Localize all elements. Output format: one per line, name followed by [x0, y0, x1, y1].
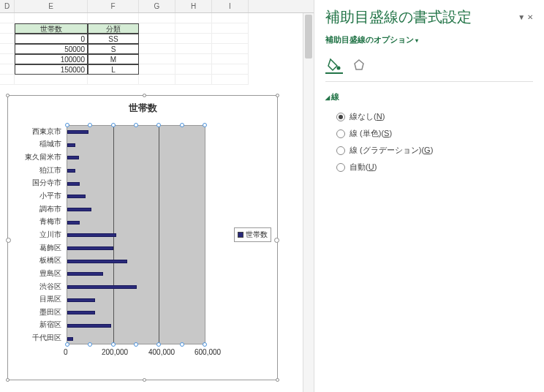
- table-cell[interactable]: M: [88, 54, 139, 64]
- bar[interactable]: [67, 272, 103, 276]
- table-cell[interactable]: 100000: [15, 54, 88, 64]
- bar[interactable]: [67, 182, 80, 186]
- section-line[interactable]: 線: [325, 86, 533, 108]
- chart-title[interactable]: 世帯数: [8, 96, 277, 118]
- col-header-F[interactable]: F: [88, 0, 139, 12]
- bar[interactable]: [67, 221, 80, 225]
- fill-line-icon[interactable]: [325, 56, 343, 74]
- format-panel: 補助目盛線の書式設定 ▼ ✕ 補助目盛線のオプション 線 線なし(N) 線 (単…: [314, 0, 544, 392]
- panel-title: 補助目盛線の書式設定: [325, 7, 472, 27]
- table-cell[interactable]: 50000: [15, 44, 88, 54]
- col-header-H[interactable]: H: [175, 0, 212, 12]
- y-tick: 国分寺市: [7, 178, 61, 188]
- legend-label: 世帯数: [246, 230, 268, 238]
- radio-label: 自動: [350, 162, 366, 171]
- radio-label: 線なし: [350, 112, 374, 121]
- radio-label: 線 (単色): [350, 129, 381, 137]
- x-tick: 400,000: [148, 348, 175, 356]
- radio-icon: [336, 129, 345, 138]
- effects-icon[interactable]: [350, 56, 368, 74]
- line-radio-group: 線なし(N) 線 (単色)(S) 線 (グラデーション)(G) 自動(U): [325, 108, 533, 176]
- y-tick: 立川市: [7, 230, 61, 240]
- radio-key: U: [369, 162, 374, 171]
- radio-label: 線 (グラデーション): [350, 146, 421, 154]
- y-tick: 豊島区: [7, 268, 61, 279]
- y-tick: 目黒区: [7, 294, 61, 304]
- col-header-G[interactable]: G: [139, 0, 175, 12]
- table-cell[interactable]: S: [88, 44, 139, 54]
- bar[interactable]: [67, 260, 127, 263]
- radio-line-solid[interactable]: 線 (単色)(S): [336, 125, 533, 142]
- panel-icon-tabs: [325, 53, 533, 82]
- col-header-I[interactable]: I: [212, 0, 249, 12]
- bar[interactable]: [67, 208, 91, 211]
- plot-area[interactable]: [67, 125, 205, 344]
- y-tick: 新宿区: [7, 320, 61, 330]
- table-cell[interactable]: L: [88, 64, 139, 75]
- radio-icon: [336, 163, 345, 172]
- bar[interactable]: [67, 130, 88, 134]
- y-tick: 葛飾区: [7, 243, 61, 253]
- y-tick: 狛江市: [7, 165, 61, 176]
- spreadsheet-area: D E F G H I 世帯数 分類 0SS 50000S 100000M 15…: [0, 0, 314, 392]
- bar[interactable]: [67, 233, 116, 237]
- bar[interactable]: [67, 337, 73, 341]
- radio-icon: [336, 113, 345, 121]
- x-tick: 0: [64, 348, 68, 356]
- y-tick: 渋谷区: [7, 282, 61, 292]
- y-tick: 稲城市: [7, 139, 61, 149]
- bar[interactable]: [67, 311, 95, 314]
- panel-title-row: 補助目盛線の書式設定 ▼ ✕: [325, 7, 533, 27]
- col-header-D[interactable]: D: [0, 0, 15, 12]
- x-tick: 600,000: [194, 348, 221, 356]
- table-cell[interactable]: 150000: [15, 64, 88, 75]
- table-header-households[interactable]: 世帯数: [15, 23, 88, 34]
- bar[interactable]: [67, 195, 86, 198]
- grid[interactable]: 世帯数 分類 0SS 50000S 100000M 150000L: [0, 13, 314, 85]
- vertical-scrollbar[interactable]: [303, 13, 314, 392]
- radio-line-none[interactable]: 線なし(N): [336, 108, 533, 125]
- bar[interactable]: [67, 156, 79, 159]
- table-cell[interactable]: SS: [88, 34, 139, 44]
- bar[interactable]: [67, 246, 113, 250]
- panel-close-controls[interactable]: ▼ ✕: [518, 13, 533, 21]
- y-tick: 西東京市: [7, 127, 61, 137]
- bar[interactable]: [67, 169, 75, 173]
- table-header-class[interactable]: 分類: [88, 23, 139, 34]
- svg-marker-1: [355, 60, 363, 69]
- table-cell[interactable]: 0: [15, 34, 88, 44]
- y-tick: 小平市: [7, 191, 61, 201]
- chart-object[interactable]: 世帯数 西東京市稲城市東久留米市狛江市国分寺市小平市調布市青梅市立川市葛飾区板橋…: [7, 95, 278, 380]
- radio-icon: [336, 146, 345, 155]
- radio-key: S: [384, 129, 389, 137]
- x-tick: 200,000: [102, 348, 128, 356]
- y-tick: 墨田区: [7, 307, 61, 317]
- radio-line-gradient[interactable]: 線 (グラデーション)(G): [336, 142, 533, 159]
- y-tick: 千代田区: [7, 333, 61, 343]
- scrollbar-thumb[interactable]: [305, 15, 312, 59]
- column-headers: D E F G H I: [0, 0, 314, 13]
- y-tick: 板橋区: [7, 255, 61, 265]
- radio-key: G: [424, 146, 431, 154]
- y-tick: 青梅市: [7, 216, 61, 227]
- panel-subtitle[interactable]: 補助目盛線のオプション: [325, 34, 533, 45]
- bar[interactable]: [67, 285, 137, 289]
- radio-line-auto[interactable]: 自動(U): [336, 159, 533, 176]
- y-tick: 調布市: [7, 204, 61, 214]
- y-tick: 東久留米市: [7, 152, 61, 162]
- bar[interactable]: [67, 324, 111, 328]
- legend-swatch: [238, 232, 243, 238]
- col-header-E[interactable]: E: [15, 0, 88, 12]
- svg-point-0: [337, 67, 341, 70]
- chart-legend[interactable]: 世帯数: [234, 227, 271, 242]
- bar[interactable]: [67, 298, 95, 302]
- radio-key: N: [377, 112, 382, 121]
- bar[interactable]: [67, 143, 75, 147]
